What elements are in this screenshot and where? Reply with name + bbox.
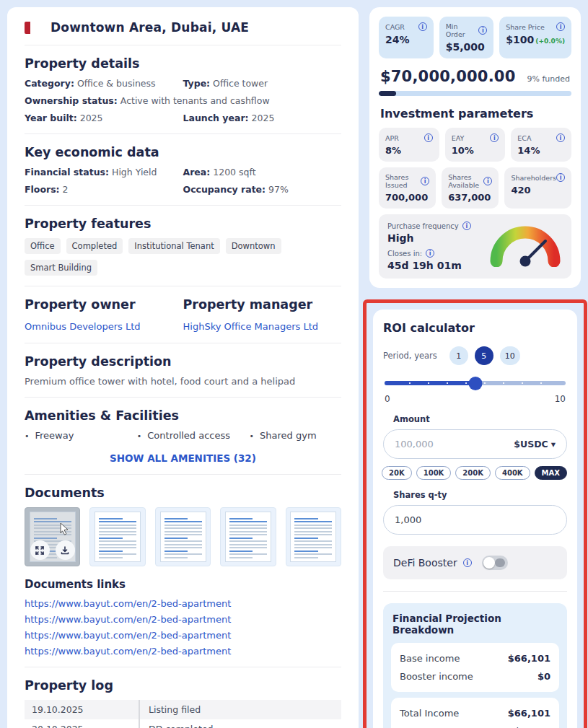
feature-tag: Smart Building [25, 260, 97, 276]
investment-panel: CAGR 24% Min Order $5,000 Share Price $1… [369, 7, 581, 728]
eay-card: EAY 10% [445, 128, 506, 162]
divider [25, 205, 341, 206]
document-thumbnail[interactable] [220, 507, 276, 566]
document-thumbnails [25, 507, 341, 566]
info-icon[interactable] [418, 22, 427, 31]
launch-year-field: Launch year: 2025 [183, 113, 342, 123]
funding-row: $70,000,000.00 9% funded [380, 68, 570, 85]
property-description-text: Premium office tower with hotel, food co… [25, 376, 341, 387]
info-icon[interactable] [426, 249, 434, 258]
info-icon[interactable] [556, 133, 565, 142]
amenities-list: Freeway Controlled access Shared gym [25, 430, 341, 441]
document-thumbnail[interactable] [155, 507, 211, 566]
info-icon[interactable] [462, 222, 471, 230]
purchase-frequency-value: High [387, 232, 471, 244]
investment-card: CAGR 24% Min Order $5,000 Share Price $1… [369, 7, 581, 288]
period-label: Period, years [383, 351, 437, 361]
download-icon[interactable] [56, 540, 75, 560]
chip-200k[interactable]: 200K [455, 466, 491, 480]
purchase-frequency-label: Purchase frequency [387, 222, 471, 230]
feature-tag: Office [25, 238, 61, 254]
chip-400k[interactable]: 400K [495, 466, 530, 480]
document-link[interactable]: https://www.bayut.com/en/2-bed-apartment [25, 614, 341, 625]
chip-100k[interactable]: 100K [416, 466, 452, 480]
info-icon[interactable] [483, 177, 492, 185]
eca-card: ECA 14% [511, 128, 571, 162]
document-thumbnail[interactable] [89, 507, 145, 566]
chip-max[interactable]: MAX [535, 466, 567, 480]
shareholders-card: Shareholders 420 [504, 167, 571, 209]
feature-tag: Institutional Tenant [128, 238, 219, 254]
defi-booster-toggle[interactable] [482, 556, 508, 570]
amount-input[interactable] [395, 439, 508, 449]
funded-label: 9% funded [527, 74, 571, 84]
show-all-amenities-button[interactable]: SHOW ALL AMENITIES (32) [25, 452, 341, 464]
document-thumbnail[interactable] [286, 507, 341, 566]
period-selector: Period, years 1 5 10 [383, 346, 567, 365]
divider [383, 591, 567, 592]
info-icon[interactable] [421, 177, 429, 185]
feature-tag: Completed [66, 238, 123, 254]
divider [25, 397, 341, 398]
parameter-grid-row2: Shares Issued 700,000 Shares Available 6… [379, 167, 571, 209]
divider [25, 474, 341, 475]
key-economic-grid: Financial status: High Yield Area: 1200 … [25, 167, 341, 195]
period-slider[interactable] [385, 377, 566, 390]
log-row: 20.10.2025DD completed [25, 719, 341, 728]
currency-selector[interactable]: $USDC▾ [514, 439, 556, 449]
shares-issued-card: Shares Issued 700,000 [379, 167, 436, 209]
defi-booster-label: DeFi Booster [393, 557, 457, 569]
property-owner-heading: Property owner [25, 297, 183, 312]
info-icon[interactable] [478, 26, 487, 35]
divider [25, 343, 341, 343]
breakdown-group-totals: Total Income$66,101 Fees $1,850 [391, 698, 559, 728]
property-log-heading: Property log [25, 678, 341, 693]
financial-status-field: Financial status: High Yield [25, 167, 183, 177]
divider [25, 133, 341, 134]
amenity-item: Controlled access [137, 430, 250, 441]
info-icon[interactable] [556, 22, 565, 31]
page-title: Downtown Area, Dubai, UAE [51, 20, 249, 35]
info-icon[interactable] [556, 173, 565, 182]
info-icon[interactable] [424, 133, 433, 142]
defi-booster-row: DeFi Booster [383, 546, 567, 579]
shares-qty-input[interactable] [395, 514, 556, 525]
document-thumbnail-hovered[interactable] [25, 507, 80, 566]
amenity-item: Freeway [25, 430, 137, 441]
total-raise-amount: $70,000,000.00 [380, 68, 515, 85]
slider-thumb[interactable] [468, 377, 482, 390]
slider-max-label: 10 [555, 394, 566, 404]
slider-range-labels: 0 10 [385, 394, 566, 404]
funding-progress-bar [379, 91, 571, 96]
document-link[interactable]: https://www.bayut.com/en/2-bed-apartment [25, 646, 341, 657]
chip-20k[interactable]: 20K [382, 466, 412, 480]
apr-card: APR 8% [379, 128, 439, 162]
type-field: Type: Office tower [183, 78, 342, 89]
document-link[interactable]: https://www.bayut.com/en/2-bed-apartment [25, 598, 341, 609]
chevron-down-icon: ▾ [551, 439, 556, 449]
info-icon[interactable] [463, 558, 472, 567]
uae-flag-icon [25, 22, 43, 34]
period-pill-1[interactable]: 1 [449, 346, 468, 365]
booster-income-row: Booster income$0 [400, 667, 550, 685]
expand-icon[interactable] [30, 540, 50, 560]
feature-tags: Office Completed Institutional Tenant Do… [25, 238, 341, 276]
document-preview [160, 512, 206, 562]
property-manager-heading: Property manager [183, 297, 342, 312]
property-details-grid: Category: Office & business Type: Office… [25, 78, 341, 123]
base-income-row: Base income$66,101 [400, 649, 550, 667]
document-link[interactable]: https://www.bayut.com/en/2-bed-apartment [25, 630, 341, 641]
amenities-heading: Amenities & Facilities [25, 408, 341, 423]
period-pill-5[interactable]: 5 [475, 346, 493, 365]
amenity-item: Shared gym [250, 430, 341, 441]
annotation-highlight-box: ROI calculator Period, years 1 5 10 0 10 [363, 299, 587, 728]
floors-field: Floors: 2 [25, 184, 183, 195]
property-details-heading: Property details [25, 56, 341, 71]
property-owner-link[interactable]: Omnibus Developers Ltd [25, 321, 141, 332]
divider [25, 667, 341, 667]
ownership-field: Ownership status: Active with tenants an… [25, 95, 341, 106]
info-icon[interactable] [490, 133, 499, 142]
cursor-icon [59, 522, 71, 538]
property-manager-link[interactable]: HighSky Office Managers Ltd [183, 321, 319, 332]
period-pill-10[interactable]: 10 [500, 346, 520, 365]
